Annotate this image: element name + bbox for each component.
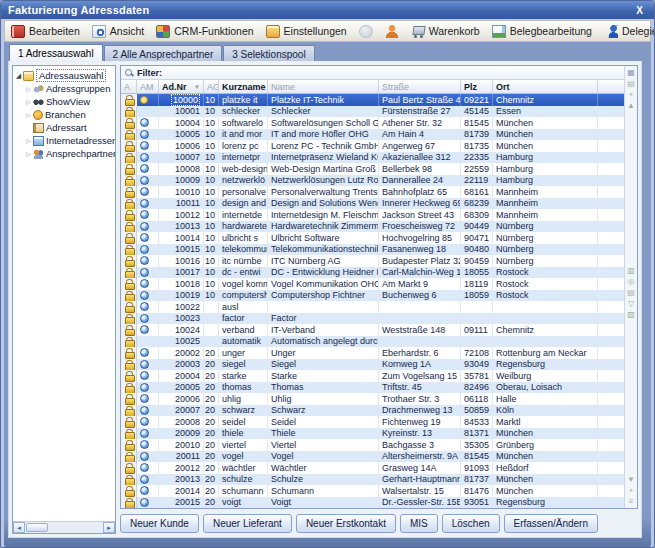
plz-cell: 84533 — [461, 416, 493, 428]
column-header-kurz[interactable]: Kurzname — [219, 80, 268, 93]
ort-cell — [493, 336, 598, 348]
table-row[interactable]: 2001420schumannSchumannWalsertalstr. 158… — [121, 485, 624, 497]
settings-button[interactable]: Einstellungen — [263, 22, 352, 41]
filter-icon[interactable]: ▽ — [628, 298, 634, 309]
tree-expander-icon[interactable]: ▷ — [24, 85, 33, 92]
table-row[interactable]: 1000110schleckerSchleckerFürstenstraße 2… — [121, 106, 624, 118]
table-row[interactable]: 1000010platzke itPlatzke IT-TechnikPaul … — [121, 94, 624, 106]
table-row[interactable]: 1001210internetdeInternetdesign M. Fleis… — [121, 209, 624, 221]
scroll-left-button[interactable]: ◄ — [13, 522, 25, 533]
column-header-ag[interactable]: AG — [204, 80, 219, 93]
table-row[interactable]: 1001410ulbricht sUlbricht SoftwareHochvo… — [121, 232, 624, 244]
column-header-ort[interactable]: Ort — [493, 80, 598, 93]
column-header-name[interactable]: Name — [268, 80, 379, 93]
tree-item-root[interactable]: ◢Adressauswahl — [14, 69, 114, 82]
tree-expander-icon[interactable]: ▷ — [24, 98, 33, 105]
action-button-l-schen[interactable]: Löschen — [442, 514, 500, 533]
add-icon[interactable]: + — [629, 485, 634, 496]
tree-expander-icon[interactable]: ▷ — [24, 150, 33, 157]
tree-expander-icon[interactable]: ▷ — [24, 111, 33, 118]
column-header-fill[interactable] — [598, 80, 624, 93]
view-button[interactable]: Ansicht — [89, 22, 149, 41]
delegate-button[interactable]: Delegieren — [601, 22, 655, 41]
column-chooser-icon[interactable]: ▦ — [627, 67, 635, 78]
plz-cell: 90449 — [461, 221, 493, 233]
contacts-disabled-button[interactable] — [356, 22, 378, 41]
document-button[interactable]: Belegbearbeitung — [489, 22, 597, 41]
table-row[interactable]: 1001610itc nürnbeITC Nürnberg AGBudapest… — [121, 255, 624, 267]
scrollbar-thumb[interactable] — [26, 523, 48, 532]
table-row[interactable]: 2000920thieleThieleKyreinstr. 1381371Mün… — [121, 428, 624, 440]
column-header-ind[interactable]: A — [121, 80, 137, 93]
menu-icon[interactable]: ≡ — [629, 496, 634, 507]
search-icon[interactable]: ◎ — [628, 276, 635, 287]
export-icon[interactable]: ▧ — [627, 309, 635, 320]
scroll-down-icon[interactable]: ▼ — [627, 474, 635, 485]
close-button[interactable]: X — [632, 5, 647, 16]
table-row[interactable]: 2001320schulzeSchulzeGerhart-Hauptmann-R… — [121, 474, 624, 486]
table-row[interactable]: 2000520thomasThomasTriftstr. 4582496Ober… — [121, 382, 624, 394]
scroll-right-button[interactable]: ► — [103, 522, 115, 533]
table-row[interactable]: 10025automatikAutomatisch angelegt durch… — [121, 336, 624, 348]
table-row[interactable]: 10023factorFactor — [121, 313, 624, 325]
action-button-neuer-erstkontakt[interactable]: Neuer Erstkontakt — [296, 514, 396, 533]
table-row[interactable]: 10022ausl — [121, 301, 624, 313]
crm-button[interactable]: CRM-Funktionen — [153, 22, 258, 41]
table-row[interactable]: 1000810web-designWeb-Design Martina Groß… — [121, 163, 624, 175]
table-row[interactable]: 2000220ungerUngerEberhardstr. 672108Rott… — [121, 347, 624, 359]
table-row[interactable]: 1000610lorenz pcLorenz PC - Technik GmbH… — [121, 140, 624, 152]
table-row[interactable]: 1001910computershComputershop FichtnerBu… — [121, 290, 624, 302]
table-row[interactable]: 2001520voigtVoigtDr.-Gessler-Str. 15B930… — [121, 497, 624, 509]
table-row[interactable]: 1001810vogel kommVogel Kommunikation OHG… — [121, 278, 624, 290]
tree-item-ansprechpartner[interactable]: ▷Ansprechpartner — [14, 147, 114, 160]
tree-expander-icon[interactable]: ◢ — [14, 72, 23, 80]
column-header-adnr[interactable]: Ad.Nr▼ — [159, 80, 204, 93]
tree-item-showview[interactable]: ▷ShowView — [14, 95, 114, 108]
table-row[interactable]: 1000410softwarelöSoftwarelösungen Scholl… — [121, 117, 624, 129]
tree-item-adressart[interactable]: Adressart — [14, 121, 114, 134]
table-row[interactable]: 1000910netzwerklöNetzwerklösungen Lutz R… — [121, 175, 624, 187]
action-button-erfassen-ndern[interactable]: Erfassen/Ändern — [504, 514, 599, 533]
person-button[interactable] — [382, 22, 404, 41]
table-row[interactable]: 1001110design andDesign and Solutions We… — [121, 198, 624, 210]
table-row[interactable]: 1000510it and morIT and more Höfler OHGA… — [121, 129, 624, 141]
table-row[interactable]: 1001510telekommunTelekommunikationstechn… — [121, 244, 624, 256]
tab-1[interactable]: 1 Adressauswahl — [9, 44, 103, 61]
table-row[interactable]: 2000820seidelSeidelFichtenweg 1984533Mar… — [121, 416, 624, 428]
edit-button[interactable]: Bearbeiten — [8, 22, 85, 41]
collapse-rows-icon[interactable]: ▤ — [627, 78, 635, 89]
column-header-am[interactable]: AM — [137, 80, 159, 93]
scroll-up-icon[interactable]: ▲ — [627, 100, 635, 111]
table-row[interactable]: 10024verbandIT-VerbandWeststraße 1480911… — [121, 324, 624, 336]
action-button-neuer-kunde[interactable]: Neuer Kunde — [120, 514, 199, 533]
action-button-neuer-lieferant[interactable]: Neuer Lieferant — [203, 514, 292, 533]
table-row[interactable]: 1001310hardwareteHardwaretechnik Zimmerm… — [121, 221, 624, 233]
cell-value: 20 — [205, 440, 215, 450]
cart-button[interactable]: Warenkorb — [408, 22, 485, 41]
column-header-str[interactable]: Straße — [379, 80, 461, 93]
table-row[interactable]: 2000320siegelSiegelKornweg 1A93049Regens… — [121, 359, 624, 371]
layout-icon[interactable]: ▥ — [627, 265, 635, 276]
tree-item-internetadressen[interactable]: ▷Internetadressen — [14, 134, 114, 147]
tab-2[interactable]: 2 Alle Ansprechpartner — [104, 45, 223, 61]
table-row[interactable]: 2000620uhligUhligTrothaer Str. 306118Hal… — [121, 393, 624, 405]
filter-row[interactable]: Filter: — [121, 66, 624, 80]
tab-3[interactable]: 3 Selektionspool — [223, 45, 314, 61]
column-header-plz[interactable]: Plz — [461, 80, 493, 93]
table-row[interactable]: 2001120vogelVogelAltersheimerstr. 9A8154… — [121, 451, 624, 463]
table-row[interactable]: 1001710dc - entwiDC - Entwicklung Heidne… — [121, 267, 624, 279]
tree-item-branchen[interactable]: ▷Branchen — [14, 108, 114, 121]
action-button-mis[interactable]: MIS — [400, 514, 438, 533]
table-row[interactable]: 2000720schwarzSchwarzDrachmenweg 1350859… — [121, 405, 624, 417]
table-row[interactable]: 1001010personalvePersonalverwaltung Tren… — [121, 186, 624, 198]
table-row[interactable]: 2001020viertelViertelBachgasse 335305Grü… — [121, 439, 624, 451]
table-row[interactable]: 2001220wächtlerWächtlerGrasweg 14A91093H… — [121, 462, 624, 474]
scrollbar-track[interactable] — [49, 522, 103, 533]
tree-horizontal-scrollbar[interactable]: ◄ ► — [13, 521, 115, 533]
tree-item-adressgruppen[interactable]: ▷Adressgruppen — [14, 82, 114, 95]
table-row[interactable]: 2000420starkeStarkeZum Vogelsang 1535781… — [121, 370, 624, 382]
grid-icon[interactable]: ▤ — [627, 287, 635, 298]
add-row-icon[interactable]: + — [629, 89, 634, 100]
table-row[interactable]: 1000710internetprInternetpräsenz Wieland… — [121, 152, 624, 164]
tree-expander-icon[interactable]: ▷ — [24, 137, 33, 144]
